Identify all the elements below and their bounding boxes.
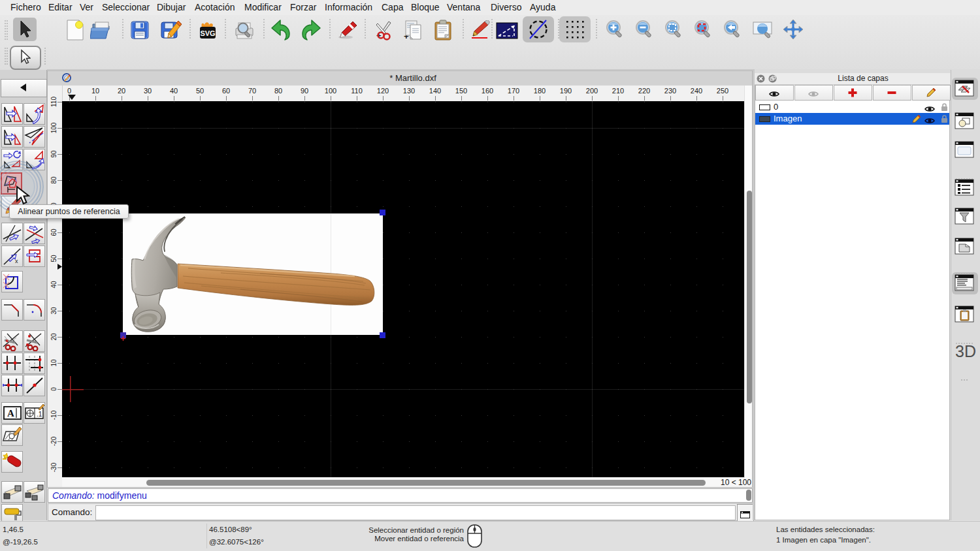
svg-text:120: 120 [377, 87, 389, 95]
svg-text:100: 100 [325, 87, 336, 95]
svg-text:SVG: SVG [200, 29, 215, 37]
svg-text:-10: -10 [50, 410, 57, 420]
svg-text:160: 160 [482, 87, 493, 95]
svg-text:80: 80 [274, 87, 282, 95]
svg-text:10: 10 [50, 359, 57, 367]
svg-text:230: 230 [664, 87, 676, 95]
svg-text:110: 110 [351, 87, 363, 95]
svg-text:70: 70 [248, 87, 256, 95]
svg-text:30: 30 [50, 307, 57, 315]
svg-text:30: 30 [144, 87, 152, 95]
svg-text:220: 220 [638, 87, 650, 95]
svg-text:.1: .1 [37, 411, 42, 418]
svg-text:-20: -20 [50, 436, 57, 446]
svg-text:130: 130 [403, 87, 415, 95]
svg-text:50: 50 [50, 255, 57, 262]
svg-text:0: 0 [67, 87, 71, 95]
svg-text:90: 90 [50, 150, 57, 158]
svg-text:50: 50 [196, 87, 204, 95]
svg-text:180: 180 [534, 87, 546, 95]
svg-text:-30: -30 [50, 462, 57, 472]
svg-text:170: 170 [508, 87, 519, 95]
svg-text:10: 10 [91, 87, 99, 95]
svg-text:x: x [15, 258, 18, 264]
svg-text:150: 150 [455, 87, 467, 95]
svg-text:40: 40 [50, 281, 57, 289]
svg-text:240: 240 [691, 87, 702, 95]
svg-text:210: 210 [612, 87, 624, 95]
svg-text:110: 110 [50, 97, 57, 107]
svg-text:A: A [7, 408, 14, 418]
svg-text:100: 100 [50, 122, 57, 133]
svg-text:20: 20 [50, 333, 57, 341]
svg-text:40: 40 [170, 87, 178, 95]
svg-text:60: 60 [50, 228, 57, 236]
svg-text:200: 200 [586, 87, 598, 95]
svg-text:80: 80 [50, 176, 57, 184]
svg-text:60: 60 [222, 87, 230, 95]
svg-text:20: 20 [118, 87, 125, 95]
svg-text:250: 250 [717, 87, 728, 95]
svg-text:190: 190 [560, 87, 572, 95]
svg-text:0: 0 [50, 387, 57, 391]
svg-text:140: 140 [429, 87, 441, 95]
svg-text:90: 90 [301, 87, 308, 95]
